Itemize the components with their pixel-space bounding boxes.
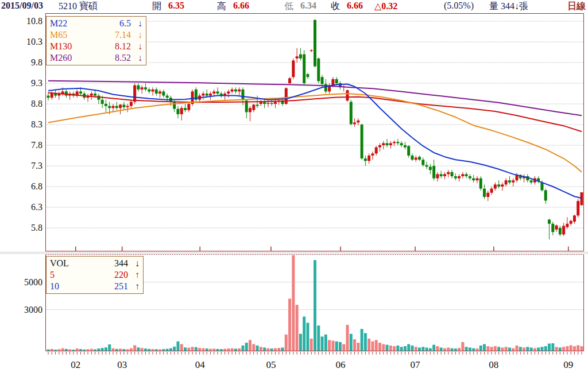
x-axis-label: 02 [71,359,80,370]
price-axis-label: 7.3 [31,161,42,170]
candle [486,193,489,197]
volume-bar [220,349,223,351]
price-axis-label: 9.3 [31,78,42,88]
candle [176,109,179,114]
candle [270,103,273,104]
volume-bar [562,347,565,351]
volume-bar [475,348,478,351]
volume-bar [288,298,291,351]
volume-bar [566,346,568,351]
volume-bar [328,340,331,351]
candle [432,166,435,179]
ma-line-m22 [48,84,582,198]
ma-line-m130 [48,93,582,132]
candle [562,226,565,234]
volume-bar [324,335,327,351]
candle [346,90,349,100]
volume-bar [364,333,367,351]
price-axis-label: 6.3 [31,202,42,212]
ma-line-m260 [48,81,582,115]
volume-bar [105,347,107,351]
vol-ma10-value: 251 [87,281,128,292]
candle [475,179,478,181]
candle [407,146,410,156]
volume-bar [544,346,547,351]
candle [447,172,450,175]
volume-bar [256,346,259,351]
volume-bar [303,317,305,351]
volume-bar [512,348,514,351]
candle [119,104,122,108]
candle [378,145,381,148]
volume-bar [540,347,543,351]
volume-bar [206,348,208,351]
volume-bar [317,325,320,351]
volume-bar [342,344,345,351]
volume-bar [76,348,79,351]
x-axis-label: 09 [563,359,573,370]
candle [227,91,230,94]
candle [389,143,392,145]
candle [288,78,291,83]
volume-bar [148,349,150,351]
volume-bar [108,344,111,351]
volume-bar [454,348,457,351]
candle [314,20,316,67]
candle [512,180,514,183]
volume-bar [519,347,522,351]
volume-bar [479,346,482,351]
volume-bar [523,348,525,351]
candle [231,90,234,92]
candle [461,174,464,176]
volume-bar [461,342,464,351]
volume-bar [270,348,273,351]
candle [440,174,443,176]
candle [490,189,493,193]
vol-value: 344 [87,258,128,269]
volume-bar [465,347,468,351]
volume-bar [443,348,446,351]
candle [101,100,104,104]
candle [137,86,140,90]
volume-bar [130,348,133,351]
volume-bar [577,345,579,351]
volume-bar [386,345,389,351]
candle [212,91,215,94]
price-axis-label: 9.8 [31,57,42,67]
candle [180,108,183,114]
candle [454,176,457,179]
candle [400,143,403,145]
candle [559,228,562,235]
volume-bar [483,344,486,351]
candle [122,104,125,107]
volume-bar [494,346,497,351]
candle [148,90,150,92]
candle [61,91,64,94]
volume-bar [368,339,370,351]
volume-bar [375,340,378,351]
candle [285,88,288,104]
volume-bar [119,348,122,351]
volume-bar [263,348,266,351]
volume-bar [245,343,248,351]
vol-legend-row: VOL 344 ↓ [50,258,140,269]
up-arrow-icon: ↑ [128,281,140,292]
ma-legend-row: M130 8.12 ↓ [50,41,142,52]
candle [317,59,320,82]
volume-bar [122,349,125,351]
volume-bar [241,346,244,351]
vol-legend-row: 10 251 ↑ [50,281,140,292]
volume-bar [260,347,262,351]
volume-bar [469,348,471,351]
volume-bar [176,342,179,351]
volume-bar [411,346,413,351]
ma-legend-row: M260 8.52 ↓ [50,52,142,64]
volume-bar [458,348,461,351]
candle [209,94,212,96]
candle [415,158,417,160]
candle [162,91,165,95]
volume-bar [396,346,399,351]
volume-bar [505,347,508,351]
candle [418,157,421,160]
candle [548,220,551,224]
